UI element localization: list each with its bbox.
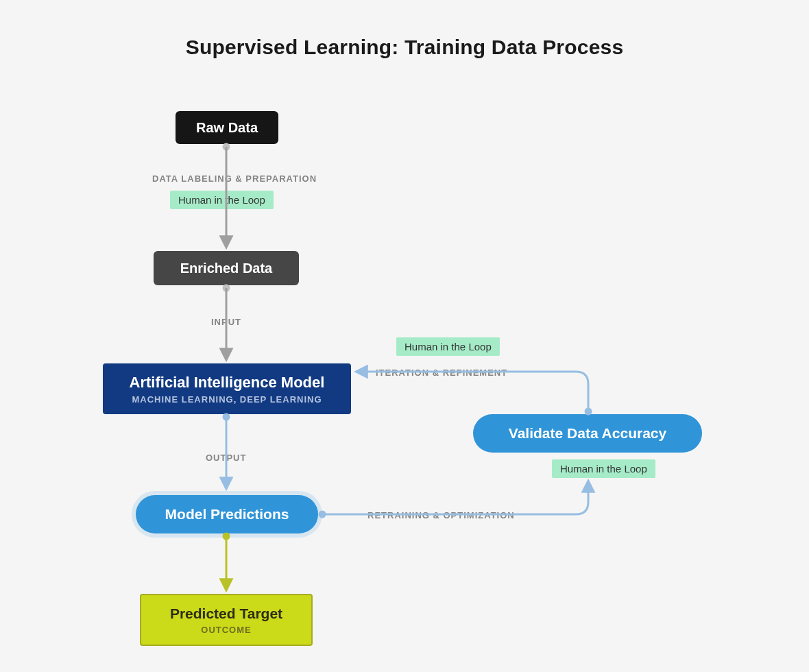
node-model-predictions-label: Model Predictions — [165, 506, 289, 523]
node-raw-data: Raw Data — [176, 111, 278, 144]
node-ai-model-subtitle: MACHINE LEARNING, DEEP LEARNING — [132, 394, 322, 405]
edge-label-output: OUTPUT — [206, 453, 246, 463]
node-ai-model-label: Artificial Intelligence Model — [130, 374, 325, 392]
node-validate-accuracy-label: Validate Data Accuracy — [509, 425, 666, 442]
node-predicted-target: Predicted Target OUTCOME — [140, 594, 313, 646]
edge-label-input: INPUT — [211, 317, 241, 327]
edge-label-iteration: ITERATION & REFINEMENT — [376, 368, 507, 378]
tag-human-in-the-loop: Human in the Loop — [552, 459, 655, 478]
edges-layer — [0, 0, 809, 672]
svg-point-0 — [223, 143, 230, 151]
node-ai-model: Artificial Intelligence Model MACHINE LE… — [103, 363, 351, 414]
node-predicted-target-label: Predicted Target — [170, 605, 282, 622]
svg-point-4 — [223, 413, 230, 421]
diagram-canvas: Supervised Learning: Training Data Proce… — [0, 0, 809, 672]
node-model-predictions: Model Predictions — [136, 495, 318, 533]
node-raw-data-label: Raw Data — [196, 120, 258, 136]
edge-label-retraining: RETRAINING & OPTIMIZATION — [367, 510, 515, 520]
tag-human-in-the-loop: Human in the Loop — [396, 337, 500, 356]
edge-label-preparation: DATA LABELING & PREPARATION — [152, 173, 317, 184]
diagram-title: Supervised Learning: Training Data Proce… — [0, 36, 809, 59]
node-validate-accuracy: Validate Data Accuracy — [473, 414, 702, 453]
svg-point-2 — [223, 285, 230, 292]
node-predicted-target-subtitle: OUTCOME — [201, 625, 251, 635]
svg-point-6 — [223, 533, 230, 540]
tag-human-in-the-loop: Human in the Loop — [170, 191, 274, 209]
node-enriched-data-label: Enriched Data — [180, 261, 272, 276]
svg-point-8 — [319, 511, 326, 518]
node-enriched-data: Enriched Data — [154, 251, 299, 285]
